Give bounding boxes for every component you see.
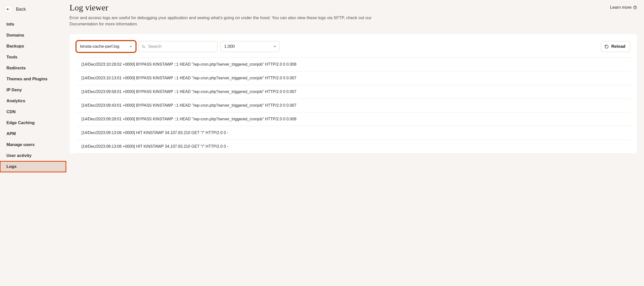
log-row: [14/Dec/2023:10:28:02 +0000] BYPASS KINS… <box>76 57 630 71</box>
log-row: [14/Dec/2023:09:58:01 +0000] BYPASS KINS… <box>76 85 630 99</box>
nav-list: InfoDomainsBackupsToolsRedirectsThemes a… <box>0 19 66 172</box>
sidebar-item-tools[interactable]: Tools <box>0 52 66 63</box>
sidebar-item-backups[interactable]: Backups <box>0 41 66 52</box>
main: Log viewer Learn more Error and access l… <box>66 0 644 286</box>
log-file-select-wrap: kinsta-cache-perf.log <box>76 41 136 52</box>
sidebar: Back InfoDomainsBackupsToolsRedirectsThe… <box>0 0 66 286</box>
page-head: Log viewer Learn more <box>70 3 637 13</box>
sidebar-item-cdn[interactable]: CDN <box>0 106 66 117</box>
log-row: [14/Dec/2023:09:13:06 +0000] HIT KINSTAW… <box>76 140 630 154</box>
log-row: [14/Dec/2023:09:13:06 +0000] HIT KINSTAW… <box>76 126 630 140</box>
count-select[interactable]: 1,000 <box>220 41 280 52</box>
sidebar-item-info[interactable]: Info <box>0 19 66 30</box>
sidebar-item-redirects[interactable]: Redirects <box>0 63 66 74</box>
sidebar-item-domains[interactable]: Domains <box>0 30 66 41</box>
svg-point-2 <box>635 8 635 9</box>
sidebar-item-manage-users[interactable]: Manage users <box>0 139 66 150</box>
log-row: [14/Dec/2023:09:43:01 +0000] BYPASS KINS… <box>76 99 630 112</box>
log-row: [14/Dec/2023:10:13:01 +0000] BYPASS KINS… <box>76 71 630 85</box>
search-wrap <box>138 41 218 52</box>
learn-more-link[interactable]: Learn more <box>610 3 637 10</box>
svg-line-4 <box>144 47 145 48</box>
search-icon <box>142 45 145 49</box>
sidebar-item-ip-deny[interactable]: IP Deny <box>0 85 66 95</box>
page-title: Log viewer <box>70 3 108 13</box>
back-row: Back <box>0 5 66 19</box>
log-card: kinsta-cache-perf.log 1,000 <box>70 34 637 154</box>
log-list: [14/Dec/2023:10:28:02 +0000] BYPASS KINS… <box>76 57 630 154</box>
page-description: Error and access logs are useful for deb… <box>70 15 387 27</box>
sidebar-item-apm[interactable]: APM <box>0 128 66 139</box>
reload-icon <box>604 45 609 49</box>
help-circle-icon <box>633 6 637 10</box>
sidebar-item-edge-caching[interactable]: Edge Caching <box>0 117 66 128</box>
reload-label: Reload <box>611 44 626 49</box>
sidebar-item-logs[interactable]: Logs <box>0 161 66 172</box>
reload-button[interactable]: Reload <box>601 41 630 52</box>
back-label[interactable]: Back <box>16 7 26 12</box>
count-select-value: 1,000 <box>224 44 235 49</box>
log-file-select-value: kinsta-cache-perf.log <box>80 44 120 49</box>
learn-more-label: Learn more <box>610 5 632 10</box>
arrow-left-icon <box>6 7 10 11</box>
log-file-select[interactable]: kinsta-cache-perf.log <box>76 41 136 52</box>
toolbar: kinsta-cache-perf.log 1,000 <box>76 41 630 52</box>
log-row: [14/Dec/2023:09:28:01 +0000] BYPASS KINS… <box>76 112 630 126</box>
sidebar-item-analytics[interactable]: Analytics <box>0 95 66 106</box>
sidebar-item-user-activity[interactable]: User activity <box>0 150 66 161</box>
sidebar-item-themes-and-plugins[interactable]: Themes and Plugins <box>0 74 66 85</box>
count-select-wrap: 1,000 <box>220 41 280 52</box>
back-button[interactable] <box>4 6 12 13</box>
search-input[interactable] <box>138 41 218 52</box>
